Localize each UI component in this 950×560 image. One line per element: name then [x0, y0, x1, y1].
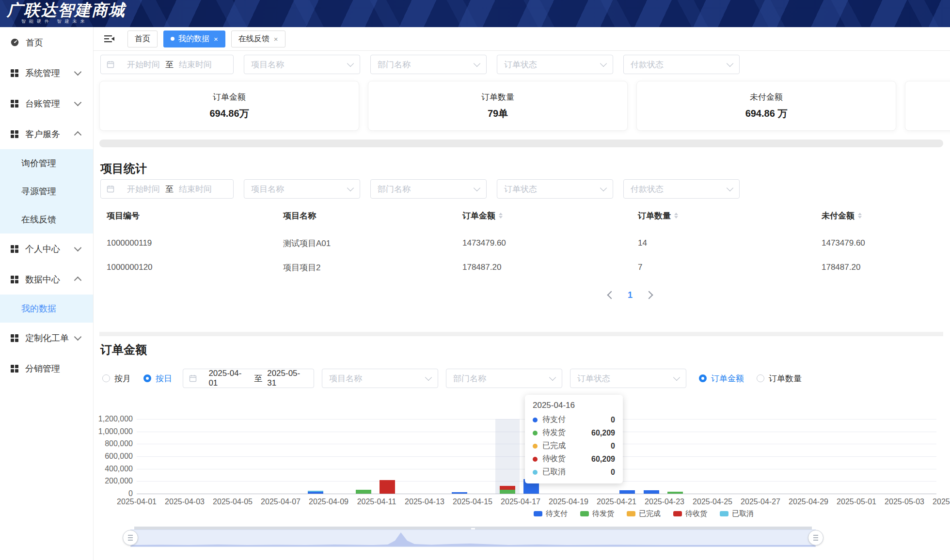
sidebar-item-客户服务[interactable]: 客户服务: [0, 119, 93, 149]
y-axis-label: 1,000,000: [94, 427, 133, 436]
select-订单状态[interactable]: 订单状态: [570, 369, 686, 388]
close-icon[interactable]: ×: [214, 35, 218, 43]
table-row: 1000000119测试项目A011473479.60141473479.60: [107, 231, 950, 255]
radio-metric-amount[interactable]: 订单金额: [699, 373, 744, 384]
tab-我的数据[interactable]: 我的数据×: [163, 31, 225, 47]
sidebar-item-系统管理[interactable]: 系统管理: [0, 58, 93, 88]
current-page[interactable]: 1: [628, 290, 633, 300]
sidebar-item-台账管理[interactable]: 台账管理: [0, 88, 93, 119]
sort-carets-icon[interactable]: [499, 213, 503, 218]
close-icon[interactable]: ×: [274, 35, 278, 43]
radio-icon: [757, 374, 764, 382]
date-start-placeholder: 开始时间: [127, 184, 160, 195]
select-部门名称[interactable]: 部门名称: [446, 369, 562, 388]
radio-by-day[interactable]: 按日: [143, 373, 172, 384]
main-content: 首页我的数据×在线反馈× 开始时间至结束时间项目名称部门名称订单状态付款状态 订…: [94, 27, 950, 560]
chart-tooltip: 2025-04-16待支付0待发货60,209已完成0待收货60,209已取消0: [525, 395, 623, 483]
sidebar-item-label: 在线反馈: [21, 214, 56, 225]
sidebar-item-个人中心[interactable]: 个人中心: [0, 233, 93, 264]
tooltip-title: 2025-04-16: [533, 401, 615, 410]
select-付款状态[interactable]: 付款状态: [623, 55, 740, 74]
tooltip-label: 已完成: [542, 441, 566, 451]
sidebar-item-在线反馈[interactable]: 在线反馈: [0, 205, 93, 233]
x-axis-label: 2025-04-05: [206, 498, 259, 506]
prev-page-icon[interactable]: [607, 291, 616, 299]
stat-card-title: 订单数量: [481, 92, 514, 103]
series-dot-icon: [533, 444, 538, 449]
select-placeholder: 项目名称: [251, 184, 284, 195]
radio-metric-count[interactable]: 订单数量: [757, 373, 802, 384]
tab-在线反馈[interactable]: 在线反馈×: [231, 31, 285, 47]
grid-icon: [11, 100, 18, 108]
x-axis-label: 2025-04-11: [350, 498, 403, 506]
legend-item-已取消[interactable]: 已取消: [720, 509, 754, 518]
chart-bar-2025-04-14[interactable]: [452, 393, 467, 494]
chevron-down-icon: [474, 185, 480, 191]
column-header-label: 订单金额: [462, 210, 495, 221]
calendar-icon: [107, 61, 115, 69]
sort-carets-icon[interactable]: [858, 213, 862, 218]
date-range-input[interactable]: 开始时间至结束时间: [100, 55, 234, 74]
select-项目名称[interactable]: 项目名称: [244, 179, 360, 199]
sidebar-item-寻源管理[interactable]: 寻源管理: [0, 177, 93, 205]
select-订单状态[interactable]: 订单状态: [497, 179, 613, 199]
select-订单状态[interactable]: 订单状态: [497, 55, 613, 74]
legend-item-已完成[interactable]: 已完成: [627, 509, 661, 518]
sidebar-item-分销管理[interactable]: 分销管理: [0, 353, 93, 384]
legend-item-待收货[interactable]: 待收货: [673, 509, 707, 518]
legend-marker-icon: [534, 511, 542, 516]
chart-date-range-input[interactable]: 2025-04-01至2025-05-31: [183, 369, 314, 388]
order-amount-title: 订单金额: [100, 343, 950, 357]
chart-bar-2025-04-08[interactable]: [308, 393, 323, 494]
datazoom-left-handle[interactable]: [123, 530, 138, 545]
select-placeholder: 部门名称: [453, 373, 486, 384]
sort-carets-icon[interactable]: [674, 213, 678, 218]
sidebar-item-首页[interactable]: 首页: [0, 27, 93, 58]
sidebar-item-label: 系统管理: [25, 67, 60, 79]
x-axis-label: 2025-04-29: [782, 498, 835, 506]
radio-by-month[interactable]: 按月: [102, 373, 131, 384]
date-range-input[interactable]: 开始时间至结束时间: [100, 179, 234, 199]
stats-card-row: 订单金额694.86万订单数量79单未付金额694.86 万: [99, 81, 950, 131]
datazoom-selected-range[interactable]: [130, 529, 816, 547]
column-header-订单金额: 订单金额: [462, 210, 638, 221]
legend-item-待支付[interactable]: 待支付: [534, 509, 568, 518]
next-page-icon[interactable]: [645, 291, 653, 299]
chart-bar-2025-04-22[interactable]: [644, 393, 659, 494]
chart-bar-2025-04-23[interactable]: [667, 393, 683, 494]
chevron-down-icon: [425, 374, 432, 381]
sidebar-item-数据中心[interactable]: 数据中心: [0, 264, 93, 295]
chart-bar-2025-04-16[interactable]: [500, 393, 515, 494]
grid-icon: [11, 245, 18, 253]
select-项目名称[interactable]: 项目名称: [244, 55, 360, 74]
legend-marker-icon: [627, 511, 635, 516]
datazoom-right-handle[interactable]: [808, 530, 823, 545]
sidebar-item-询价管理[interactable]: 询价管理: [0, 149, 93, 177]
chart-bar-2025-04-11[interactable]: [380, 393, 395, 494]
tab-首页[interactable]: 首页: [127, 31, 158, 47]
chevron-down-icon: [600, 60, 607, 67]
y-axis-label: 200,000: [94, 476, 133, 486]
tooltip-value: 0: [611, 468, 615, 477]
select-placeholder: 付款状态: [631, 59, 664, 70]
x-axis-label: 2025-05-03: [878, 498, 931, 506]
section-divider: [99, 332, 943, 336]
grid-icon: [11, 130, 18, 138]
bar-segment-待收货: [500, 486, 515, 490]
sidebar-item-定制化工单[interactable]: 定制化工单: [0, 323, 93, 353]
stat-card-value: 79单: [488, 107, 508, 120]
select-部门名称[interactable]: 部门名称: [370, 55, 487, 74]
select-项目名称[interactable]: 项目名称: [322, 369, 438, 388]
logo-text: 广联达智建商城: [7, 1, 126, 19]
select-付款状态[interactable]: 付款状态: [623, 179, 740, 199]
sidebar-item-label: 数据中心: [25, 274, 60, 285]
legend-label: 待支付: [546, 509, 568, 518]
x-axis-label: 2025-04-21: [590, 498, 643, 506]
horizontal-scrollbar[interactable]: [99, 140, 943, 147]
select-部门名称[interactable]: 部门名称: [370, 179, 487, 199]
chart-bar-2025-04-10[interactable]: [356, 393, 371, 494]
table-row: 1000000120项目项目2178487.207178487.20: [107, 255, 950, 280]
sidebar-item-我的数据[interactable]: 我的数据: [0, 295, 93, 323]
legend-item-待发货[interactable]: 待发货: [580, 509, 614, 518]
collapse-sidebar-icon[interactable]: [104, 34, 115, 43]
